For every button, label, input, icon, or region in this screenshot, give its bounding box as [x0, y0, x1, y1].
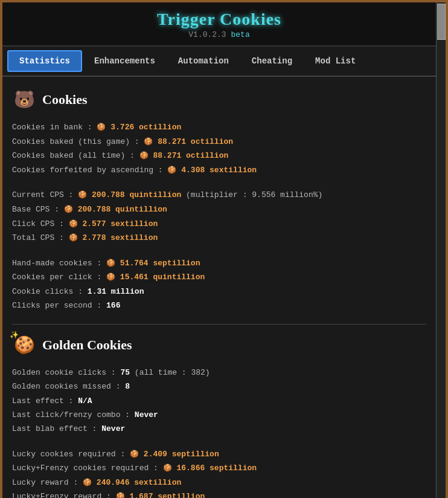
stat-click-cps: Click CPS : 🍪 2.577 sextillion	[12, 217, 426, 231]
stat-golden-clicks: Golden cookie clicks : 75 (all time : 38…	[12, 366, 426, 380]
scrollbar[interactable]	[436, 2, 446, 498]
beta-label: beta	[231, 30, 250, 39]
stat-lucky-required: Lucky cookies required : 🍪 2.409 septill…	[12, 447, 426, 462]
golden-basic-stats: Golden cookie clicks : 75 (all time : 38…	[12, 366, 426, 436]
stat-lucky-reward: Lucky reward : 🍪 240.946 sextillion	[12, 476, 426, 490]
stat-golden-missed: Golden cookies missed : 8	[12, 380, 426, 393]
stat-clicks-per-second: Clicks per second : 166	[12, 299, 426, 312]
stat-lucky-frenzy-reward: Lucky+Frenzy reward : 🍪 1.687 septillion	[12, 490, 426, 498]
section-divider	[12, 324, 426, 325]
stat-current-cps: Current CPS : 🍪 200.788 quintillion (mul…	[12, 188, 426, 202]
golden-section-header: 🍪 Golden Cookies	[12, 333, 426, 357]
app-title: Trigger Cookies	[2, 10, 436, 29]
stat-last-blab-effect: Last blab effect : Never	[12, 422, 426, 436]
stat-cookies-in-bank: Cookies in bank : 🍪 3.726 octillion	[12, 120, 426, 135]
header: Trigger Cookies V1.0.2.3 beta	[2, 2, 436, 47]
scrollbar-thumb[interactable]	[437, 4, 446, 40]
stat-cookies-per-click: Cookies per click : 🍪 15.461 quintillion	[12, 270, 426, 285]
stat-lucky-frenzy-required: Lucky+Frenzy cookies required : 🍪 16.866…	[12, 461, 426, 476]
stat-cookies-baked-game: Cookies baked (this game) : 🍪 88.271 oct…	[12, 135, 426, 149]
stat-cookies-baked-all: Cookies baked (all time) : 🍪 88.271 octi…	[12, 149, 426, 163]
app-version: V1.0.2.3 beta	[2, 30, 436, 39]
nav-bar: Statistics Enhancements Automation Cheat…	[2, 47, 436, 77]
stat-base-cps: Base CPS : 🍪 200.788 quintillion	[12, 202, 426, 217]
stat-cookies-forfeited: Cookies forfeited by ascending : 🍪 4.308…	[12, 163, 426, 178]
bank-stats-group: Cookies in bank : 🍪 3.726 octillion Cook…	[12, 120, 426, 177]
stat-cookie-clicks: Cookie clicks : 1.31 million	[12, 285, 426, 299]
golden-cookies-icon: 🍪	[12, 333, 36, 357]
nav-mod-list[interactable]: Mod List	[304, 50, 366, 72]
golden-section: 🍪 Golden Cookies Golden cookie clicks : …	[12, 333, 426, 498]
content: 🐻 Cookies Cookies in bank : 🍪 3.726 octi…	[2, 77, 436, 498]
stat-total-cps: Total CPS : 🍪 2.778 sextillion	[12, 231, 426, 245]
nav-automation[interactable]: Automation	[167, 50, 240, 72]
click-stats-group: Hand-made cookies : 🍪 51.764 septillion …	[12, 256, 426, 313]
nav-statistics[interactable]: Statistics	[7, 50, 82, 72]
golden-cookies-title: Golden Cookies	[42, 337, 132, 353]
nav-enhancements[interactable]: Enhancements	[83, 50, 166, 72]
nav-cheating[interactable]: Cheating	[241, 50, 303, 72]
stat-last-frenzy-combo: Last click/frenzy combo : Never	[12, 408, 426, 422]
stat-handmade-cookies: Hand-made cookies : 🍪 51.764 septillion	[12, 256, 426, 271]
version-number: V1.0.2.3	[188, 30, 226, 39]
cookies-icon: 🐻	[12, 88, 36, 112]
outer-border: Trigger Cookies V1.0.2.3 beta Statistics…	[0, 0, 448, 498]
stat-last-effect: Last effect : N/A	[12, 394, 426, 408]
cookies-section-header: 🐻 Cookies	[12, 88, 426, 112]
cookies-title: Cookies	[42, 92, 88, 108]
main-content: Trigger Cookies V1.0.2.3 beta Statistics…	[2, 2, 436, 498]
cps-stats-group: Current CPS : 🍪 200.788 quintillion (mul…	[12, 188, 426, 245]
lucky-stats-group: Lucky cookies required : 🍪 2.409 septill…	[12, 447, 426, 498]
